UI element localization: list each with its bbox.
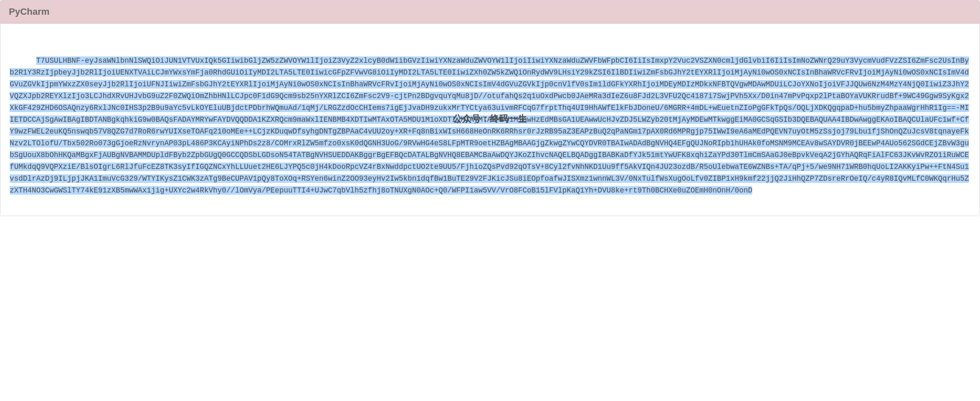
license-code-block[interactable]: 公众号：终码一生 T7USULHBNF-eyJsaWNlbnNlSWQiOiJU…: [10, 31, 970, 208]
panel-title: PyCharm: [9, 6, 971, 17]
panel-header: PyCharm: [0, 0, 980, 24]
license-code-text: T7USULHBNF-eyJsaWNlbnNlSWQiOiJUN1VTVUxIQ…: [10, 56, 969, 195]
license-panel: PyCharm 公众号：终码一生 T7USULHBNF-eyJsaWNlbnNl…: [0, 0, 980, 216]
panel-body: 公众号：终码一生 T7USULHBNF-eyJsaWNlbnNlSWQiOiJU…: [0, 24, 980, 216]
